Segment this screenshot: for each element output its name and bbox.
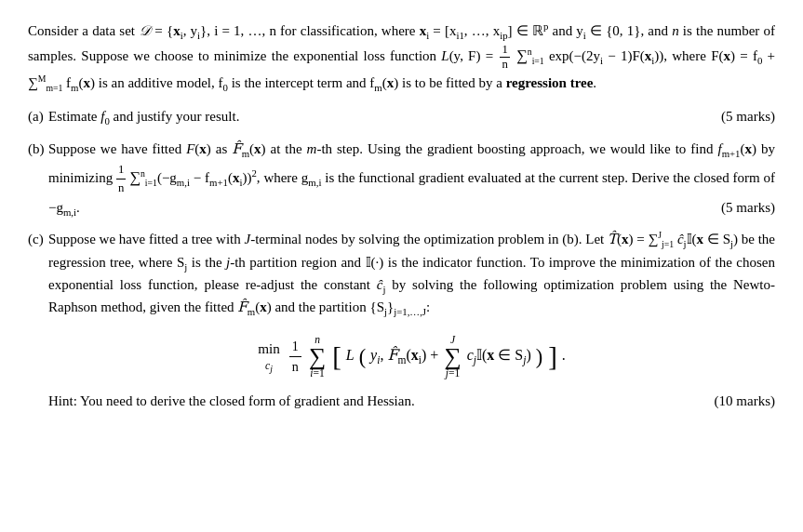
content-area: Consider a data set 𝒟 = {xi, yi}, i = 1,… [28, 19, 775, 411]
part-a: (a) Estimate f0 and justify your result.… [28, 106, 775, 128]
part-b-label: (b) [28, 139, 48, 220]
part-b-marks: (5 marks) [721, 197, 775, 219]
main-paragraph: Consider a data set 𝒟 = {xi, yi}, i = 1,… [28, 19, 775, 95]
optimization-formula: min cj 1 n n ∑ i=1 [ L ( yi, F̂m(xi) + J [48, 334, 775, 379]
part-c: (c) Suppose we have fitted a tree with J… [28, 229, 775, 411]
part-c-content: Suppose we have fitted a tree with J-ter… [48, 229, 775, 411]
hint-text: Hint: You need to derive the closed form… [48, 391, 415, 412]
part-b: (b) Suppose we have fitted F(x) as F̂m(x… [28, 139, 775, 220]
part-a-text: Estimate f0 and justify your result. [48, 109, 239, 124]
intro-text: Consider a data set 𝒟 = {xi, yi}, i = 1,… [28, 23, 775, 90]
hint-line: Hint: You need to derive the closed form… [48, 391, 775, 412]
part-b-text: Suppose we have fitted F(x) as F̂m(x) at… [48, 141, 775, 215]
part-a-marks: (5 marks) [721, 106, 775, 127]
part-a-label: (a) [28, 106, 48, 128]
part-c-marks: (10 marks) [715, 391, 775, 412]
part-a-content: Estimate f0 and justify your result. (5 … [48, 106, 775, 128]
part-c-text: Suppose we have fitted a tree with J-ter… [48, 232, 775, 314]
part-c-label: (c) [28, 229, 48, 411]
part-b-content: Suppose we have fitted F(x) as F̂m(x) at… [48, 139, 775, 220]
